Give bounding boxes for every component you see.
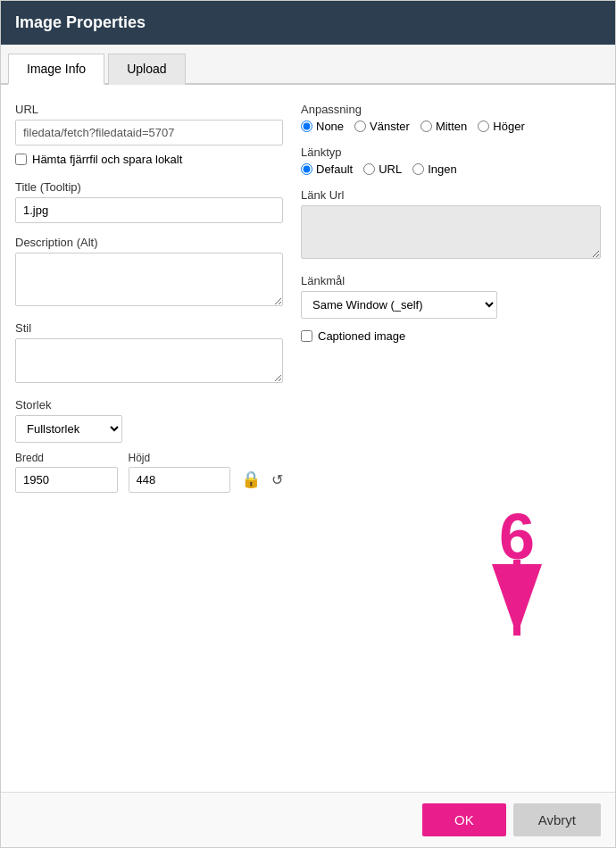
anpassning-mitten: Mitten [420, 120, 467, 133]
anpassning-none-radio[interactable] [301, 121, 312, 132]
lankmal-label: Länkmål [301, 274, 601, 287]
url-label: URL [15, 103, 283, 116]
lanktyp-ingen-radio[interactable] [412, 163, 424, 175]
stil-textarea[interactable] [15, 338, 283, 383]
bredd-label: Bredd [15, 452, 118, 464]
storlek-section: Storlek Fullstorlek Stor Medium Liten [15, 398, 283, 443]
anpassning-mitten-radio[interactable] [420, 121, 432, 132]
lanktyp-default-radio[interactable] [301, 163, 312, 175]
lankurl-section: Länk Url [301, 188, 601, 262]
hojd-input[interactable] [129, 467, 231, 493]
lanktyp-label: Länktyp [301, 145, 601, 159]
anpassning-vanster-label: Vänster [370, 120, 410, 133]
description-label: Description (Alt) [15, 236, 283, 249]
dialog-footer: OK Avbryt [1, 792, 615, 847]
lankurl-label: Länk Url [301, 188, 601, 202]
description-textarea[interactable] [15, 253, 283, 306]
title-label: Title (Tooltip) [15, 180, 283, 194]
anpassning-vanster-radio[interactable] [354, 121, 366, 132]
arrow-annotation: 6 [472, 504, 562, 649]
bredd-group: Bredd [15, 452, 118, 493]
anpassning-radio-row: None Vänster Mitten Höger [301, 120, 601, 133]
lanktyp-ingen: Ingen [412, 162, 457, 176]
tab-bar: Image Info Upload [1, 45, 615, 85]
captioned-row: Captioned image [301, 329, 601, 343]
tab-upload[interactable]: Upload [108, 54, 185, 85]
captioned-checkbox[interactable] [301, 330, 312, 342]
dialog-title: Image Properties [15, 13, 146, 31]
title-input[interactable] [15, 197, 283, 223]
right-column: Anpassning None Vänster Mitten [301, 103, 601, 493]
captioned-label: Captioned image [318, 329, 405, 343]
lankmal-section: Länkmål Same Window (_self) New Window (… [301, 274, 601, 319]
refresh-icon[interactable]: ↺ [271, 471, 283, 488]
lankmal-select[interactable]: Same Window (_self) New Window (_blank) … [301, 291, 497, 319]
lanktyp-default-label: Default [316, 162, 353, 176]
anpassning-mitten-label: Mitten [436, 120, 467, 133]
lanktyp-section: Länktyp Default URL Ingen [301, 145, 601, 176]
lanktyp-default: Default [301, 162, 353, 176]
anpassning-hoger-label: Höger [493, 120, 524, 133]
anpassning-section: Anpassning None Vänster Mitten [301, 103, 601, 133]
fetch-checkbox-label: Hämta fjärrfil och spara lokalt [32, 153, 182, 166]
anpassning-hoger-radio[interactable] [478, 121, 489, 132]
dimension-row: Bredd Höjd 🔒 ↺ [15, 452, 283, 493]
lanktyp-ingen-label: Ingen [428, 162, 457, 176]
lanktyp-radio-row: Default URL Ingen [301, 162, 601, 176]
lock-icon: 🔒 [241, 470, 261, 489]
ok-button[interactable]: OK [422, 803, 506, 836]
anpassning-none-label: None [316, 120, 344, 133]
tab-image-info[interactable]: Image Info [8, 54, 104, 85]
hojd-label: Höjd [129, 452, 231, 464]
lanktyp-url: URL [363, 162, 402, 176]
anpassning-hoger: Höger [478, 120, 524, 133]
stil-label: Stil [15, 321, 283, 335]
lanktyp-url-label: URL [379, 162, 402, 176]
cancel-button[interactable]: Avbryt [513, 803, 601, 836]
hojd-group: Höjd [129, 452, 231, 493]
storlek-select[interactable]: Fullstorlek Stor Medium Liten [15, 415, 122, 443]
content-columns: URL Hämta fjärrfil och spara lokalt Titl… [15, 103, 601, 493]
lanktyp-url-radio[interactable] [363, 163, 375, 175]
fetch-checkbox[interactable] [15, 154, 27, 165]
fetch-checkbox-row: Hämta fjärrfil och spara lokalt [15, 153, 283, 166]
storlek-label: Storlek [15, 398, 283, 412]
bredd-input[interactable] [15, 467, 118, 493]
dialog-body: URL Hämta fjärrfil och spara lokalt Titl… [1, 85, 615, 792]
arrow-svg [472, 560, 562, 649]
anpassning-label: Anpassning [301, 103, 601, 116]
anpassning-vanster: Vänster [354, 120, 410, 133]
image-properties-dialog: Image Properties Image Info Upload URL H… [0, 0, 616, 848]
lankurl-textarea[interactable] [301, 205, 601, 259]
anpassning-none: None [301, 120, 344, 133]
left-column: URL Hämta fjärrfil och spara lokalt Titl… [15, 103, 283, 493]
url-input[interactable] [15, 120, 283, 145]
dialog-header: Image Properties [1, 1, 615, 45]
